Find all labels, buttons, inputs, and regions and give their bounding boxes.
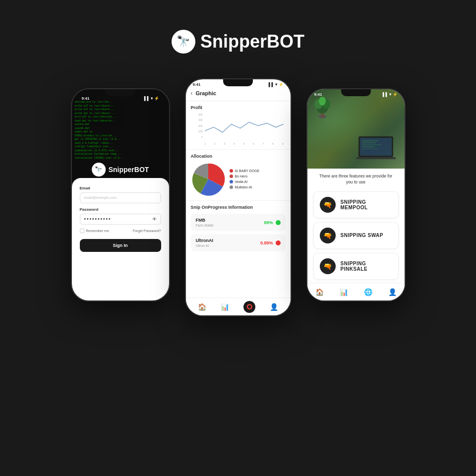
svg-rect-2 xyxy=(356,157,396,159)
phone3-content: 9:41 ▌▌ ▾ ⚡ xyxy=(307,89,405,300)
feature-item-1[interactable]: 🔫 SNIPPING MEMPOOL xyxy=(313,191,399,218)
phone3-nav-globe[interactable]: 🌐 xyxy=(364,288,372,296)
line-chart: 500 400 300 200 0 1 2 3 xyxy=(191,113,286,145)
profit-section: Profit 500 400 300 200 0 xyxy=(186,101,291,150)
phones-container: 9:41 ▌▌ ▾ ⚡ netcode_bin to /usr/shs... a… xyxy=(71,78,406,316)
legend-item-4: Multidex-AI xyxy=(230,185,260,189)
legend-dot-2 xyxy=(230,175,233,178)
email-input[interactable]: email@example.com xyxy=(80,192,161,203)
snip-right-1: 89% xyxy=(264,220,280,225)
phone2-bottom-nav: 🏠 📊 ⭕ 👤 xyxy=(186,298,291,315)
legend-label-3: Vedia AI xyxy=(235,180,248,183)
snip-section: Snip OnProgress Information FMB Farm Bat… xyxy=(186,201,291,258)
password-input[interactable]: •••••••••• 👁 xyxy=(80,214,161,225)
allocation-label: Allocation xyxy=(191,154,286,159)
phone-features: 9:41 ▌▌ ▾ ⚡ xyxy=(306,88,406,301)
forget-password-link[interactable]: Forget Password? xyxy=(133,229,161,233)
snip-indicator-2 xyxy=(276,240,281,245)
feature-label-2: SNIPPING SWAP xyxy=(341,233,384,238)
features-description: There are three features we provide for … xyxy=(313,174,399,185)
remember-checkbox[interactable] xyxy=(80,229,84,233)
email-placeholder: email@example.com xyxy=(84,196,117,199)
phone2-notch xyxy=(223,79,253,86)
email-label: Email xyxy=(80,186,161,190)
phone3-icons: ▌▌ ▾ ⚡ xyxy=(383,92,398,97)
allocation-inner: AI BABY DOGE Bn Hero Vedia AI Multi xyxy=(191,162,286,196)
phone3-nav-home[interactable]: 🏠 xyxy=(315,288,324,296)
snip-name-1: FMB xyxy=(196,218,214,223)
snip-percent-1: 89% xyxy=(264,220,273,225)
phone1-logo-text: SnipperBOT xyxy=(109,166,149,174)
snip-item-2-info: UltronAI Ultron AI xyxy=(196,238,214,247)
phone1-content: 9:41 ▌▌ ▾ ⚡ netcode_bin to /usr/shs... a… xyxy=(72,89,169,300)
feature-item-2[interactable]: 🔫 SNIPPING SWAP xyxy=(313,222,399,249)
phone1-status-icons: ▌▌ ▾ ⚡ xyxy=(144,96,159,101)
password-label: Password xyxy=(80,207,161,212)
phone3-notch xyxy=(341,89,371,96)
phone3-time: 9:41 xyxy=(314,92,322,97)
chart-svg-area xyxy=(205,113,284,138)
header-title: SnipperBOT xyxy=(200,31,304,52)
legend-dot-3 xyxy=(230,180,233,183)
chart-x-labels: 1 2 3 4 5 6 7 8 9 xyxy=(205,142,284,145)
snip-sub-2: Ultron AI xyxy=(196,244,214,247)
password-value: •••••••••• xyxy=(84,216,112,222)
snip-section-label: Snip OnProgress Information xyxy=(191,205,286,210)
nav-home-icon[interactable]: 🏠 xyxy=(198,303,206,311)
nav-center-btn[interactable]: ⭕ xyxy=(243,301,255,313)
snip-name-2: UltronAI xyxy=(196,238,214,243)
phone3-nav-chart[interactable]: 📊 xyxy=(340,288,348,296)
snip-sub-1: Farm Battle xyxy=(196,224,214,227)
legend-item-2: Bn Hero xyxy=(230,175,260,178)
legend-label-2: Bn Hero xyxy=(235,175,248,178)
back-arrow-icon[interactable]: ‹ xyxy=(191,90,193,97)
y-label-1: 0 xyxy=(191,135,203,138)
feature-gun-icon-1: 🔫 xyxy=(323,201,332,209)
remember-me-group[interactable]: Remember me xyxy=(80,229,109,233)
phone1-time: 9:41 xyxy=(82,96,90,101)
phone2-content: 9:41 ▌▌ ▾ ⚡ ‹ Graphic Profit 500 400 300… xyxy=(186,79,291,315)
snip-indicator-1 xyxy=(276,220,281,225)
phone-login: 9:41 ▌▌ ▾ ⚡ netcode_bin to /usr/shs... a… xyxy=(71,88,170,301)
phone1-logo-icon: 🔭 xyxy=(92,163,106,177)
feature-gun-icon-2: 🔫 xyxy=(323,232,332,239)
y-label-3: 300 xyxy=(191,124,203,127)
phone2-header: ‹ Graphic xyxy=(186,87,291,101)
y-label-5: 500 xyxy=(191,113,203,116)
terminal-text: netcode_bin to /usr/shs... art3s.elf to … xyxy=(75,101,166,160)
snip-item-2: UltronAI Ultron AI 0.89% xyxy=(191,234,286,251)
profit-label: Profit xyxy=(191,105,286,110)
legend-label-1: AI BABY DOGE xyxy=(235,169,260,173)
legend-item-3: Vedia AI xyxy=(230,180,260,183)
legend-item-1: AI BABY DOGE xyxy=(230,169,260,173)
phone2-time: 9:41 xyxy=(193,82,201,87)
form-options: Remember me Forget Password? xyxy=(80,229,161,233)
phone3-body: There are three features we provide for … xyxy=(307,169,405,289)
svg-point-13 xyxy=(319,97,326,106)
phone3-hero-image xyxy=(307,89,405,169)
phone3-nav-user[interactable]: 👤 xyxy=(388,288,397,296)
allocation-section: Allocation A xyxy=(186,150,291,201)
snip-right-2: 0.89% xyxy=(260,240,281,245)
y-label-4: 400 xyxy=(191,119,203,121)
feature-gun-icon-3: 🔫 xyxy=(323,262,332,270)
phone-graphic: 9:41 ▌▌ ▾ ⚡ ‹ Graphic Profit 500 400 300… xyxy=(185,78,292,316)
feature-label-1: SNIPPING MEMPOOL xyxy=(341,199,392,210)
nav-user-icon[interactable]: 👤 xyxy=(270,303,278,311)
legend-label-4: Multidex-AI xyxy=(235,185,252,189)
sign-in-button[interactable]: Sign In xyxy=(80,239,161,252)
chart-y-labels: 500 400 300 200 0 xyxy=(191,113,203,138)
snip-item-1-info: FMB Farm Battle xyxy=(196,218,214,227)
y-label-2: 200 xyxy=(191,130,203,133)
feature-item-3[interactable]: 🔫 SNIPPING PINKSALE xyxy=(313,253,399,280)
legend-dot-4 xyxy=(230,185,233,189)
feature-icon-2: 🔫 xyxy=(320,228,336,243)
eye-icon[interactable]: 👁 xyxy=(152,217,157,222)
nav-chart-icon[interactable]: 📊 xyxy=(221,303,229,311)
login-form: Email email@example.com Password •••••••… xyxy=(72,178,169,300)
snip-percent-2: 0.89% xyxy=(260,240,273,245)
pie-legend: AI BABY DOGE Bn Hero Vedia AI Multi xyxy=(230,169,260,189)
laptop-svg xyxy=(356,134,401,161)
phone1-logo: 🔭 SnipperBOT xyxy=(92,163,149,177)
feature-label-3: SNIPPING PINKSALE xyxy=(341,261,392,272)
